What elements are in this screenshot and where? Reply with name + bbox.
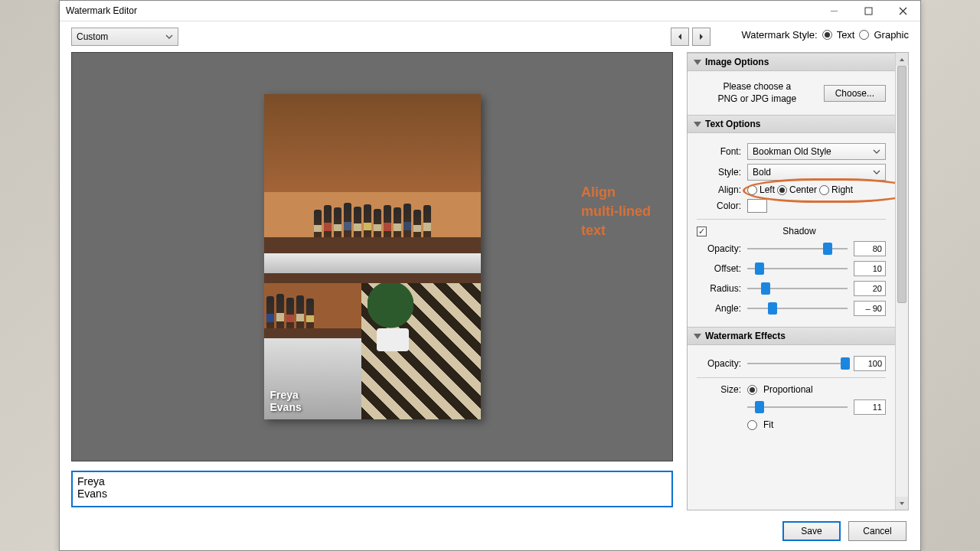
watermark-style-label: Watermark Style:: [741, 29, 817, 41]
scroll-down-button[interactable]: [896, 497, 908, 510]
titlebar: Watermark Editor: [60, 1, 920, 21]
align-center-label: Center: [789, 184, 817, 195]
wm-size-slider[interactable]: [747, 401, 848, 413]
font-label: Font:: [697, 146, 741, 157]
shadow-opacity-value[interactable]: 80: [854, 241, 886, 256]
shadow-angle-label: Angle:: [697, 303, 741, 314]
wm-opacity-slider[interactable]: [747, 357, 848, 370]
top-toolbar: Custom Watermark Style: Text Graphic: [60, 21, 920, 46]
shadow-offset-slider[interactable]: [747, 262, 848, 275]
watermark-style-graphic-label: Graphic: [874, 29, 909, 41]
prev-image-button[interactable]: [671, 28, 689, 46]
style-label: Style:: [697, 167, 741, 178]
shadow-label: Shadow: [713, 226, 886, 236]
watermark-editor-window: Watermark Editor Custom Watermark Style:…: [59, 0, 921, 551]
section-header-text-options[interactable]: Text Options: [688, 115, 895, 133]
content-area: Freya Evans Align multi-lined text: [60, 46, 920, 514]
size-fit-label: Fit: [763, 419, 773, 430]
size-proportional-label: Proportional: [763, 384, 813, 395]
choose-image-button[interactable]: Choose...: [824, 85, 886, 102]
color-label: Color:: [697, 201, 741, 211]
chevron-down-icon: [873, 148, 880, 155]
align-right-label: Right: [831, 184, 853, 195]
dialog-footer: Save Cancel: [60, 514, 920, 550]
size-fit-radio[interactable]: [747, 420, 757, 430]
wm-opacity-label: Opacity:: [697, 358, 741, 369]
disclosure-triangle-icon: [694, 334, 701, 339]
section-header-image-options[interactable]: Image Options: [688, 53, 895, 71]
align-left-radio[interactable]: [747, 185, 757, 195]
scroll-thumb[interactable]: [897, 66, 906, 303]
align-center-radio[interactable]: [777, 185, 787, 195]
svg-rect-1: [865, 8, 872, 15]
maximize-button[interactable]: [851, 1, 886, 21]
scroll-up-button[interactable]: [896, 53, 908, 66]
cancel-button[interactable]: Cancel: [848, 521, 906, 541]
annotation-text: Align multi-lined text: [581, 183, 651, 241]
preset-dropdown[interactable]: Custom: [71, 28, 178, 46]
panel-scrollbar[interactable]: [895, 53, 908, 510]
next-image-button[interactable]: [692, 28, 710, 46]
left-column: Freya Evans Align multi-lined text: [71, 52, 673, 510]
shadow-checkbox[interactable]: [697, 227, 707, 236]
right-column: Image Options Please choose a PNG or JPG…: [687, 52, 909, 510]
watermark-style-text-label: Text: [837, 29, 855, 41]
shadow-radius-value[interactable]: 20: [854, 281, 886, 296]
disclosure-triangle-icon: [694, 122, 701, 127]
options-panel: Image Options Please choose a PNG or JPG…: [687, 52, 909, 510]
shadow-opacity-label: Opacity:: [697, 243, 741, 254]
shadow-angle-value[interactable]: – 90: [854, 301, 886, 316]
chevron-down-icon: [165, 33, 173, 41]
save-button[interactable]: Save: [782, 521, 841, 541]
watermark-style-graphic-radio[interactable]: [859, 30, 869, 40]
align-left-label: Left: [760, 184, 775, 195]
disclosure-triangle-icon: [694, 60, 701, 65]
color-picker[interactable]: [747, 199, 767, 213]
wm-opacity-value[interactable]: 100: [854, 356, 886, 371]
size-proportional-radio[interactable]: [747, 385, 757, 395]
preset-value: Custom: [77, 31, 108, 42]
close-button[interactable]: [886, 1, 920, 21]
section-header-watermark-effects[interactable]: Watermark Effects: [688, 327, 895, 345]
font-style-dropdown[interactable]: Bold: [747, 164, 886, 181]
preview-photo: Freya Evans: [264, 94, 481, 419]
wm-size-label: Size:: [697, 384, 741, 395]
minimize-button[interactable]: [817, 1, 851, 21]
image-hint-line2: PNG or JPG image: [697, 93, 818, 106]
window-title: Watermark Editor: [66, 5, 817, 16]
watermark-style-text-radio[interactable]: [822, 30, 832, 40]
preview-canvas: Freya Evans Align multi-lined text: [71, 52, 673, 461]
shadow-radius-slider[interactable]: [747, 282, 848, 295]
shadow-angle-slider[interactable]: [747, 302, 848, 315]
shadow-offset-value[interactable]: 10: [854, 261, 886, 276]
font-dropdown[interactable]: Bookman Old Style: [747, 143, 886, 160]
shadow-opacity-slider[interactable]: [747, 243, 848, 255]
image-hint-line1: Please choose a: [697, 81, 818, 93]
watermark-overlay-text: Freya Evans: [270, 389, 302, 413]
shadow-offset-label: Offset:: [697, 263, 741, 274]
watermark-text-input[interactable]: [71, 471, 673, 507]
align-right-radio[interactable]: [819, 185, 829, 195]
chevron-down-icon: [873, 168, 880, 176]
wm-size-value[interactable]: 11: [854, 399, 886, 415]
align-label: Align:: [697, 184, 741, 195]
shadow-radius-label: Radius:: [697, 283, 741, 294]
options-panel-scroll: Image Options Please choose a PNG or JPG…: [688, 53, 895, 510]
